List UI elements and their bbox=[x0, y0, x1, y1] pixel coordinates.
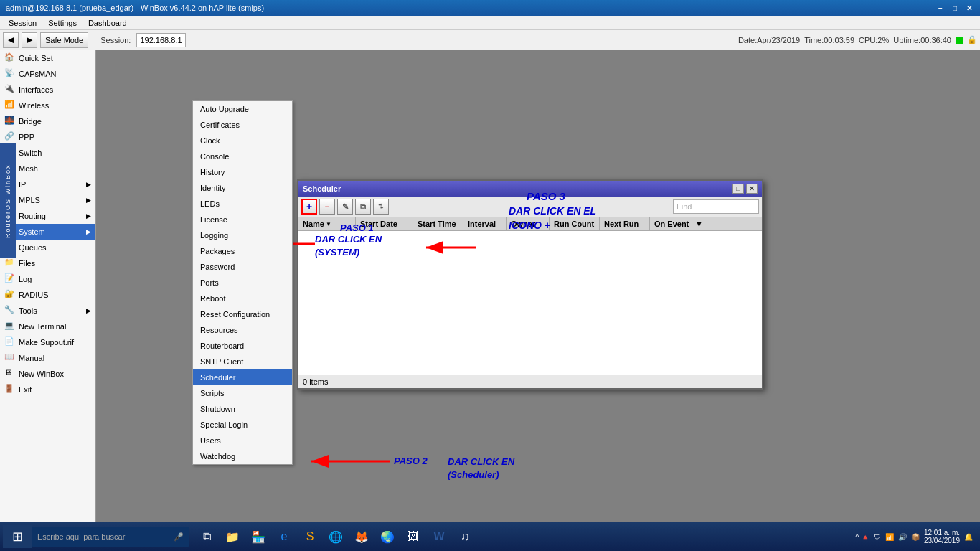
scheduler-close-button[interactable]: ✕ bbox=[746, 184, 758, 194]
back-button[interactable]: ◀ bbox=[3, 32, 19, 48]
dashboard-menu[interactable]: Dashboard bbox=[83, 17, 133, 29]
ie-icon[interactable]: e bbox=[274, 527, 294, 547]
forward-button[interactable]: ▶ bbox=[22, 32, 37, 48]
edge-icon[interactable]: 🌐 bbox=[326, 527, 346, 547]
sidebar-item-ppp[interactable]: 🔗 PPP bbox=[0, 129, 95, 145]
scheduler-sort-button[interactable]: ⇅ bbox=[373, 199, 389, 215]
sidebar-item-exit[interactable]: 🚪 Exit bbox=[0, 382, 95, 397]
app-title: admin@192.168.8.1 (prueba_edgar) - WinBo… bbox=[6, 4, 264, 12]
submenu-resources[interactable]: Resources bbox=[193, 322, 292, 338]
files-icon: 📁 bbox=[4, 258, 16, 269]
sidebar-item-newwinbox[interactable]: 🖥 New WinBox bbox=[0, 366, 95, 382]
submenu-shutdown[interactable]: Shutdown bbox=[193, 401, 292, 417]
sidebar-item-quickset[interactable]: 🏠 Quick Set bbox=[0, 50, 95, 66]
tools-arrow: ▶ bbox=[86, 307, 91, 314]
submenu-ports[interactable]: Ports bbox=[193, 275, 292, 291]
browser-icon[interactable]: 🌏 bbox=[377, 527, 397, 547]
sidebar: 🏠 Quick Set 📡 CAPsMAN 🔌 Interfaces 📶 Wir… bbox=[0, 50, 96, 522]
col-starttime[interactable]: Start Time bbox=[413, 217, 463, 230]
paso1-label: PASO 1 bbox=[340, 222, 374, 233]
col-interval[interactable]: Interval bbox=[463, 217, 507, 230]
scheduler-title: Scheduler bbox=[303, 184, 341, 193]
cpu-label: CPU:2% bbox=[859, 36, 889, 44]
paso1-text: DAR CLICK EN(SYSTEM) bbox=[315, 233, 382, 259]
log-icon: 📝 bbox=[4, 273, 16, 285]
submenu-sntpclient[interactable]: SNTP Client bbox=[193, 354, 292, 369]
scheduler-search-field[interactable]: Find bbox=[673, 199, 759, 214]
firefox-icon[interactable]: 🦊 bbox=[352, 527, 372, 547]
submenu-history[interactable]: History bbox=[193, 164, 292, 180]
dropbox-icon: 📦 bbox=[911, 533, 920, 541]
submenu-console[interactable]: Console bbox=[193, 149, 292, 164]
paso2-text: DAR CLICK EN(Scheduler) bbox=[448, 456, 514, 481]
winbox-icon: 🖥 bbox=[4, 368, 16, 380]
task-view-icon[interactable]: ⧉ bbox=[197, 527, 217, 547]
scheduler-copy-button[interactable]: ⧉ bbox=[355, 199, 371, 215]
explorer-icon[interactable]: 📁 bbox=[222, 527, 242, 547]
submenu-license[interactable]: License bbox=[193, 212, 292, 227]
manual-icon: 📖 bbox=[4, 352, 16, 364]
sidebar-item-newterminal[interactable]: 💻 New Terminal bbox=[0, 319, 95, 334]
close-button[interactable]: ✕ bbox=[964, 3, 974, 13]
sidebar-item-interfaces[interactable]: 🔌 Interfaces bbox=[0, 82, 95, 98]
submenu-clock[interactable]: Clock bbox=[193, 133, 292, 149]
session-menu[interactable]: Session bbox=[3, 17, 42, 29]
radius-icon: 🔐 bbox=[4, 289, 16, 301]
settings-menu[interactable]: Settings bbox=[42, 17, 83, 29]
scheduler-remove-button[interactable]: − bbox=[319, 199, 335, 215]
submenu-password[interactable]: Password bbox=[193, 259, 292, 275]
col-onevent[interactable]: On Event ▼ bbox=[650, 217, 707, 230]
sidebar-item-bridge[interactable]: 🌉 Bridge bbox=[0, 113, 95, 129]
submenu-autoupgrade[interactable]: Auto Upgrade bbox=[193, 101, 292, 117]
submenu-identity[interactable]: Identity bbox=[193, 180, 292, 196]
maximize-button[interactable]: □ bbox=[950, 3, 960, 13]
photos-icon[interactable]: 🖼 bbox=[403, 527, 423, 547]
submenu-certificates[interactable]: Certificates bbox=[193, 117, 292, 133]
scheduler-title-controls: □ ✕ bbox=[732, 184, 758, 194]
submenu-scripts[interactable]: Scripts bbox=[193, 385, 292, 401]
tools-icon: 🔧 bbox=[4, 305, 16, 316]
scheduler-restore-button[interactable]: □ bbox=[732, 184, 744, 194]
scheduler-add-button[interactable]: + bbox=[301, 199, 317, 215]
start-button[interactable]: ⊞ bbox=[3, 525, 32, 548]
submenu-packages[interactable]: Packages bbox=[193, 243, 292, 259]
submenu-routerboard[interactable]: Routerboard bbox=[193, 338, 292, 354]
clock[interactable]: 12:01 a. m. 23/04/2019 bbox=[924, 529, 960, 545]
toolbar-separator bbox=[93, 33, 93, 47]
sublimetext-icon[interactable]: S bbox=[300, 527, 320, 547]
sidebar-item-wireless[interactable]: 📶 Wireless bbox=[0, 98, 95, 113]
scheduler-edit-button[interactable]: ✎ bbox=[337, 199, 353, 215]
col-nextrun[interactable]: Next Run bbox=[600, 217, 650, 230]
content-area: Auto Upgrade Certificates Clock Console … bbox=[96, 50, 980, 522]
word-icon[interactable]: W bbox=[429, 527, 449, 547]
exit-icon: 🚪 bbox=[4, 384, 16, 395]
submenu-watchdog[interactable]: Watchdog bbox=[193, 448, 292, 464]
submenu-leds[interactable]: LEDs bbox=[193, 196, 292, 212]
paso2-arrow bbox=[304, 451, 397, 472]
media-icon[interactable]: ♫ bbox=[455, 527, 475, 547]
sidebar-item-supout[interactable]: 📄 Make Supout.rif bbox=[0, 334, 95, 350]
sidebar-item-manual[interactable]: 📖 Manual bbox=[0, 350, 95, 366]
store-icon[interactable]: 🏪 bbox=[248, 527, 268, 547]
sidebar-item-log[interactable]: 📝 Log bbox=[0, 271, 95, 287]
minimize-button[interactable]: − bbox=[936, 3, 946, 13]
submenu-users[interactable]: Users bbox=[193, 433, 292, 448]
wireless-icon: 📶 bbox=[4, 100, 16, 111]
mpls-arrow: ▶ bbox=[86, 197, 91, 204]
submenu-speciallogin[interactable]: Special Login bbox=[193, 417, 292, 433]
submenu-resetconfig[interactable]: Reset Configuration bbox=[193, 306, 292, 322]
search-bar[interactable]: Escribe aquí para buscar 🎤 bbox=[32, 527, 189, 547]
routing-arrow: ▶ bbox=[86, 212, 91, 220]
submenu-logging[interactable]: Logging bbox=[193, 227, 292, 243]
sidebar-item-tools[interactable]: 🔧 Tools ▶ bbox=[0, 303, 95, 319]
main-layout: 🏠 Quick Set 📡 CAPsMAN 🔌 Interfaces 📶 Wir… bbox=[0, 50, 980, 522]
sort-icon: ▼ bbox=[326, 221, 331, 227]
notifications-icon[interactable]: 🔔 bbox=[964, 533, 973, 541]
submenu-scheduler[interactable]: Scheduler bbox=[193, 369, 292, 385]
safe-mode-button[interactable]: Safe Mode bbox=[40, 32, 88, 48]
paso2-label: PASO 2 bbox=[394, 456, 428, 466]
sidebar-item-radius[interactable]: 🔐 RADIUS bbox=[0, 287, 95, 303]
sidebar-item-capsman[interactable]: 📡 CAPsMAN bbox=[0, 66, 95, 82]
session-value: 192.168.8.1 bbox=[136, 33, 185, 47]
submenu-reboot[interactable]: Reboot bbox=[193, 291, 292, 306]
